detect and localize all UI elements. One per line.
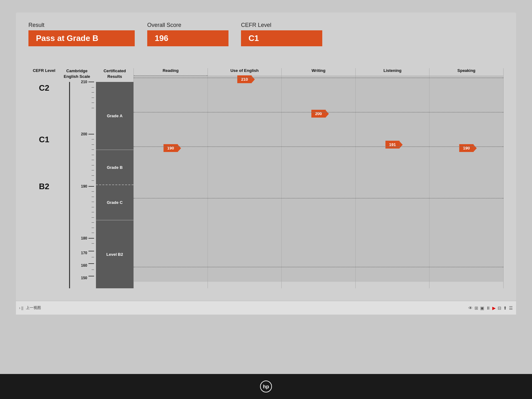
cert-body: Grade A Grade B Grade C Level B2 [96,82,133,288]
list-icon[interactable]: ☰ [509,306,513,311]
reading-score: 190 [163,144,178,152]
speaking-header: Speaking [457,68,475,73]
writing-col: Writing 200 [281,68,355,288]
listening-header: Listening [384,68,402,73]
scale-col-header: Cambridge English Scale [60,68,94,79]
cefr-label-c2: C2 [39,83,49,93]
arrow-up-icon[interactable]: ⬆ [503,306,507,311]
overall-block: Overall Score 196 [147,22,228,46]
chart-container: CEFR Level C2 C1 B2 Cambridge English Sc… [28,59,504,288]
speaking-body: 190 [429,75,503,282]
writing-score: 200 [311,110,326,118]
speaking-col: Speaking 190 [429,68,504,288]
cefr-summary-value: C1 [241,30,322,46]
cefr-label-c1: C1 [39,135,49,144]
grid-icon[interactable]: ⊞ [474,306,478,311]
taskbar-left: › || 上一视图 [19,305,41,311]
overall-label: Overall Score [147,22,228,28]
reading-col: Reading 190 [133,68,208,288]
summary-row: Result Pass at Grade B Overall Score 196… [28,22,504,46]
cefr-summary-label: CEFR Level [241,22,322,28]
level-b2: Level B2 [96,220,133,289]
writing-header: Writing [312,68,326,73]
use-of-english-score: 210 [238,75,252,83]
use-of-english-col: Use of English 210 [208,68,282,288]
nav-arrow[interactable]: › || [19,306,23,310]
taskbar-right: 👁 ⊞ ▣ ⏸ ▶ ⊟ ⬆ ☰ [468,306,513,311]
reading-body: 190 [134,75,208,282]
writing-body: 200 [282,75,355,282]
result-label: Result [28,22,135,28]
grade-b: Grade B [96,150,133,185]
svg-text:hp: hp [263,384,269,389]
reading-header: Reading [163,68,178,73]
cert-col-header: Certificated Results [96,68,133,79]
pause-icon[interactable]: ⏸ [486,306,490,311]
cefr-block: CEFR Level C1 [241,22,322,46]
taskbar: › || 上一视图 👁 ⊞ ▣ ⏸ ▶ ⊟ ⬆ ☰ [16,301,516,315]
listening-body: 191 [356,75,429,282]
result-block: Result Pass at Grade B [28,22,135,46]
scale-ruler-lower: 170 160 150 [69,238,94,288]
back-label[interactable]: 上一视图 [26,305,41,311]
hp-logo-bar: hp [0,374,532,399]
listening-score: 191 [385,141,400,149]
grid2-icon[interactable]: ⊟ [498,306,501,311]
hp-logo: hp [260,380,272,393]
square-icon[interactable]: ▣ [480,306,484,311]
grade-a: Grade A [96,82,133,150]
play-icon[interactable]: ▶ [492,306,496,311]
grade-c: Grade C [96,185,133,220]
use-of-english-body: 210 [208,75,282,282]
eye-icon[interactable]: 👁 [468,306,473,311]
cefr-label-b2: B2 [39,182,49,191]
cefr-col-header: CEFR Level [33,68,55,73]
use-of-english-header: Use of English [230,68,258,73]
scale-ruler: 210 200 [69,82,94,238]
listening-col: Listening 191 [355,68,429,288]
overall-value: 196 [147,30,228,46]
speaking-score: 190 [459,144,474,152]
result-value: Pass at Grade B [28,30,135,46]
